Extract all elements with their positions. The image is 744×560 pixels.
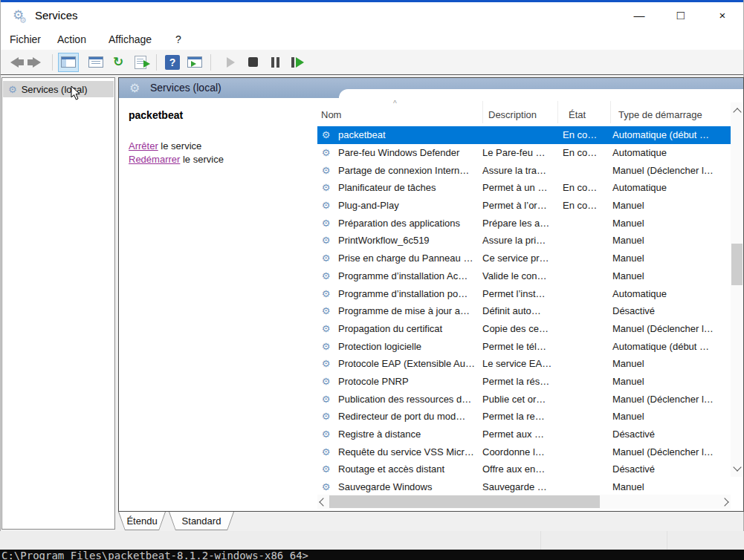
table-row[interactable]: ⚙ PrintWorkflow_6c519 Assure la pri… Man… [317, 232, 731, 250]
horizontal-scroll-thumb[interactable] [329, 495, 600, 508]
column-header-description[interactable]: Description [483, 98, 558, 126]
cell-description: Permet le tél… [477, 341, 552, 352]
cell-type-demarrage: Désactivé [605, 429, 731, 440]
service-gear-icon: ⚙ [320, 446, 332, 458]
console-tree-pane: ⚙ Services (local) [1, 77, 115, 530]
table-row[interactable]: ⚙ Préparation des applications Prépare l… [317, 214, 731, 232]
forward-button[interactable] [26, 53, 47, 72]
stop-service-link[interactable]: Arrêter [129, 140, 158, 152]
console-tree-icon [61, 56, 76, 68]
table-row[interactable]: ⚙ Propagation du certificat Copie des ce… [317, 320, 731, 338]
tree-item-services-local[interactable]: ⚙ Services (local) [3, 81, 114, 97]
service-gear-icon: ⚙ [320, 376, 332, 387]
table-row[interactable]: ⚙ Plug-and-Play Permet à l’or… En co… Ma… [317, 197, 731, 215]
service-gear-icon: ⚙ [320, 411, 332, 422]
minimize-button[interactable]: — [618, 2, 660, 28]
cell-type-demarrage: Automatique [605, 147, 731, 158]
service-gear-icon: ⚙ [320, 182, 332, 193]
column-header-etat[interactable]: État [558, 98, 611, 126]
table-row[interactable]: ⚙ Programme d’installation po… Permet l’… [317, 284, 731, 302]
header-curve [339, 89, 743, 98]
table-row[interactable]: ⚙ Routage et accès distant Offre aux en…… [317, 460, 731, 478]
menu-affichage[interactable]: Affichage [101, 30, 159, 48]
console-prompt: C:\Program Files\packetbeat-8.1.2-window… [1, 550, 744, 560]
cell-type-demarrage: Manuel [605, 253, 731, 264]
restart-service-link[interactable]: Redémarrer [129, 154, 180, 165]
back-button[interactable] [4, 53, 25, 72]
table-row[interactable]: ⚙ Protocole PNRP Permet la rés… Manuel [317, 373, 731, 391]
service-table-body: ⚙ packetbeat En co… Automatique (début …… [317, 126, 731, 496]
stop-service-line: Arrêter le service [129, 140, 201, 152]
table-row[interactable]: ⚙ Redirecteur de port du mod… Permet la … [317, 408, 731, 426]
cell-nom: Programme d’installation po… [332, 288, 477, 299]
scroll-left-icon[interactable] [319, 498, 327, 506]
export-list-button[interactable] [130, 53, 151, 72]
close-button[interactable]: × [702, 2, 743, 28]
table-row[interactable]: ⚙ Protection logicielle Permet le tél… A… [317, 337, 731, 355]
scroll-down-icon[interactable] [733, 463, 741, 471]
vertical-scrollbar[interactable] [731, 102, 743, 477]
cell-nom: Pare-feu Windows Defender [332, 147, 477, 158]
menu-bar: Fichier Action Affichage ? [1, 28, 743, 51]
show-action-pane-button[interactable] [184, 53, 205, 72]
restart-service-button[interactable] [287, 53, 308, 72]
table-row[interactable]: ⚙ Programme d’installation Ac… Valide le… [317, 267, 731, 285]
scroll-up-icon[interactable] [733, 108, 741, 116]
cell-etat: En co… [552, 182, 605, 193]
scroll-right-icon[interactable] [720, 498, 728, 506]
table-row[interactable]: ⚙ Publication des ressources d… Publie c… [317, 390, 731, 408]
menu-help[interactable]: ? [168, 30, 189, 48]
horizontal-scrollbar[interactable] [317, 495, 731, 509]
table-row[interactable]: ⚙ Sauvegarde Windows Sauvegarde … Manuel [317, 478, 731, 496]
help-button[interactable]: ? [162, 53, 183, 72]
column-header-nom[interactable]: ^ Nom [317, 98, 483, 126]
table-row[interactable]: ⚙ Requête du service VSS Micr… Coordonne… [317, 443, 731, 460]
table-row[interactable]: ⚙ Prise en charge du Panneau … Ce servic… [317, 250, 731, 267]
vertical-scroll-thumb[interactable] [731, 244, 743, 285]
taskbar-strip [0, 531, 744, 550]
pane-header-gear-icon: ⚙ [129, 81, 140, 95]
cell-nom: PrintWorkflow_6c519 [332, 235, 477, 246]
service-gear-icon: ⚙ [320, 358, 332, 369]
refresh-button[interactable]: ↻ [108, 53, 129, 72]
services-pane: ⚙ Services (local) packetbeat Arrêter le… [118, 77, 744, 512]
cell-nom: Planificateur de tâches [332, 182, 477, 193]
taskbar-divider [667, 531, 667, 550]
cell-type-demarrage: Manuel (Déclencher l… [605, 165, 731, 176]
service-gear-icon: ⚙ [320, 323, 332, 334]
maximize-button[interactable]: □ [660, 2, 702, 28]
show-console-tree-button[interactable] [58, 53, 79, 72]
title-bar[interactable]: ⚙⚙ Services — □ × [1, 2, 743, 28]
table-row[interactable]: ⚙ Registre à distance Permet aux … Désac… [317, 426, 731, 443]
properties-button[interactable] [85, 53, 106, 72]
start-service-button[interactable] [220, 53, 241, 72]
tab-standard[interactable]: Standard [169, 512, 234, 530]
column-header-type[interactable]: Type de démarrage [611, 98, 731, 126]
service-gear-icon: ⚙ [320, 235, 332, 246]
stop-service-button[interactable] [242, 53, 263, 72]
table-row[interactable]: ⚙ Pare-feu Windows Defender Le Pare-feu … [317, 144, 731, 162]
back-arrow-icon [10, 57, 19, 68]
cell-type-demarrage: Désactivé [605, 463, 731, 475]
cell-description: Permet aux … [477, 429, 552, 440]
cell-description: Permet à l’or… [477, 200, 552, 211]
services-app-icon: ⚙⚙ [13, 8, 29, 23]
restart-service-line: Redémarrer le service [129, 154, 224, 165]
cell-nom: Protocole PNRP [332, 376, 477, 387]
pause-service-button[interactable] [265, 53, 285, 72]
service-gear-icon: ⚙ [320, 147, 332, 158]
tab-etendu[interactable]: Étendu [118, 512, 166, 530]
menu-action[interactable]: Action [50, 30, 94, 48]
cell-type-demarrage: Manuel (Déclencher l… [605, 323, 731, 334]
table-row[interactable]: ⚙ Partage de connexion Intern… Assure la… [317, 161, 731, 179]
table-row[interactable]: ⚙ Programme de mise à jour a… Définit au… [317, 302, 731, 320]
cell-nom: Partage de connexion Intern… [332, 165, 477, 176]
cell-description: Publie cet or… [477, 394, 552, 405]
table-row[interactable]: ⚙ Protocole EAP (Extensible Au… Le servi… [317, 355, 731, 373]
table-row[interactable]: ⚙ packetbeat En co… Automatique (début … [317, 126, 731, 144]
help-icon: ? [165, 55, 180, 70]
cell-type-demarrage: Automatique (début … [605, 129, 731, 140]
menu-fichier[interactable]: Fichier [2, 30, 48, 48]
table-row[interactable]: ⚙ Planificateur de tâches Permet à un … … [317, 179, 731, 197]
action-pane-icon [187, 56, 202, 68]
